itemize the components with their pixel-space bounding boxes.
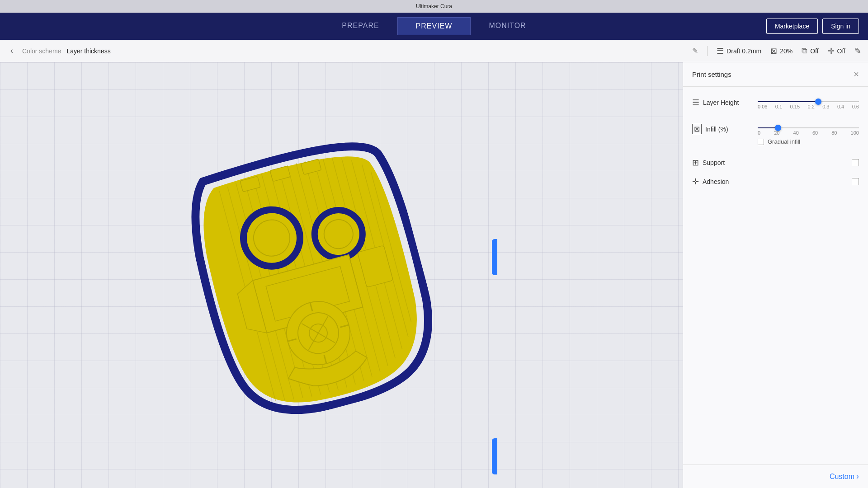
- infill-track[interactable]: [758, 127, 859, 128]
- support-row: ⊞ Support: [692, 158, 859, 168]
- right-panel-handle[interactable]: [492, 239, 497, 275]
- adhesion-selector[interactable]: ✛ Off: [828, 46, 845, 56]
- print-settings-header: Print settings ×: [683, 62, 868, 87]
- layer-thickness-label: Layer thickness: [66, 47, 110, 55]
- layer-height-row: ☰ Layer Height 0.06 0.1 0.15 0.2: [692, 96, 859, 109]
- layer-height-icon: ☰: [692, 98, 699, 108]
- infill-thumb[interactable]: [775, 125, 781, 131]
- toolbar-left: ‹ Color scheme Layer thickness ✎: [7, 44, 698, 57]
- marketplace-button[interactable]: Marketplace: [766, 19, 818, 34]
- infill-control: 0 20 40 60 80 100 Gradual infill: [758, 122, 859, 145]
- tab-preview[interactable]: PREVIEW: [397, 17, 471, 35]
- tab-monitor[interactable]: MONITOR: [471, 17, 544, 35]
- gradual-infill-row: Gradual infill: [758, 138, 859, 145]
- infill-selector[interactable]: ⊠ 20%: [770, 46, 793, 56]
- layer-height-slider-container: 0.06 0.1 0.15 0.2 0.3 0.4 0.6: [758, 101, 859, 109]
- layer-height-control: 0.06 0.1 0.15 0.2 0.3 0.4 0.6: [758, 96, 859, 109]
- adhesion-row: ✛ Adhesion: [692, 177, 859, 187]
- profile-label: Draft 0.2mm: [726, 47, 761, 55]
- adhesion-left: ✛ Adhesion: [692, 177, 729, 187]
- layer-height-thumb[interactable]: [815, 99, 821, 105]
- toolbar-right: ☰ Draft 0.2mm ⊠ 20% ⧉ Off ✛ Off ✎: [707, 46, 861, 56]
- support-toolbar-icon: ⧉: [802, 46, 807, 56]
- nav-tabs: PREPARE PREVIEW MONITOR: [324, 17, 544, 35]
- support-selector[interactable]: ⧉ Off: [802, 46, 818, 56]
- back-button[interactable]: ‹: [7, 44, 17, 57]
- adhesion-toolbar-icon: ✛: [828, 46, 835, 56]
- profile-icon: ☰: [717, 46, 724, 56]
- bottom-handle[interactable]: [492, 438, 497, 474]
- support-label: Support: [703, 159, 725, 166]
- main-area: Print settings × ☰ Layer Height: [0, 62, 868, 488]
- nav-bar: PREPARE PREVIEW MONITOR Marketplace Sign…: [0, 13, 868, 40]
- infill-toolbar-value: 20%: [780, 47, 793, 55]
- layer-height-ticks: 0.06 0.1 0.15 0.2 0.3 0.4 0.6: [758, 104, 859, 109]
- infill-row: ⊠ Infill (%) 0 20 40 60: [692, 122, 859, 145]
- infill-label-area: ⊠ Infill (%): [692, 122, 751, 134]
- print-settings-panel: Print settings × ☰ Layer Height: [683, 62, 868, 488]
- title-bar: Ultimaker Cura: [0, 0, 868, 13]
- infill-toolbar-icon: ⊠: [770, 46, 777, 56]
- adhesion-toolbar-label: Off: [837, 47, 845, 55]
- adhesion-icon: ✛: [692, 177, 699, 187]
- gradual-infill-label: Gradual infill: [768, 138, 800, 145]
- signin-button[interactable]: Sign in: [822, 19, 859, 34]
- custom-chevron-icon: ›: [856, 472, 859, 481]
- model-container: [163, 115, 451, 436]
- custom-button[interactable]: Custom ›: [830, 472, 859, 481]
- print-settings-title: Print settings: [692, 70, 731, 78]
- model-svg: [163, 115, 451, 436]
- support-left: ⊞ Support: [692, 158, 725, 168]
- infill-ticks: 0 20 40 60 80 100: [758, 130, 859, 136]
- profile-selector[interactable]: ☰ Draft 0.2mm: [717, 46, 761, 56]
- app-title: Ultimaker Cura: [416, 3, 452, 9]
- layer-height-label: Layer Height: [703, 99, 739, 106]
- layer-height-label-area: ☰ Layer Height: [692, 96, 751, 108]
- toolbar: ‹ Color scheme Layer thickness ✎ ☰ Draft…: [0, 40, 868, 62]
- adhesion-label: Adhesion: [703, 178, 729, 185]
- layer-height-fill: [758, 101, 818, 102]
- nav-right: Marketplace Sign in: [766, 19, 859, 34]
- support-toolbar-label: Off: [810, 47, 818, 55]
- infill-label: Infill (%): [705, 126, 728, 133]
- infill-icon: ⊠: [692, 124, 702, 134]
- toolbar-settings[interactable]: ✎: [854, 46, 861, 56]
- print-settings-body: ☰ Layer Height 0.06 0.1 0.15 0.2: [683, 87, 868, 465]
- close-button[interactable]: ×: [854, 69, 859, 80]
- custom-label: Custom: [830, 473, 854, 481]
- 3d-viewport[interactable]: [0, 62, 683, 488]
- layer-height-track[interactable]: [758, 101, 859, 102]
- adhesion-checkbox[interactable]: [852, 178, 859, 185]
- gradual-infill-checkbox[interactable]: [758, 139, 764, 145]
- settings-toolbar-icon: ✎: [854, 46, 861, 56]
- support-icon: ⊞: [692, 158, 699, 168]
- infill-slider-container: 0 20 40 60 80 100: [758, 127, 859, 136]
- print-settings-footer: Custom ›: [683, 465, 868, 488]
- color-scheme-label: Color scheme: [22, 47, 61, 55]
- support-checkbox[interactable]: [852, 159, 859, 166]
- tab-prepare[interactable]: PREPARE: [324, 17, 397, 35]
- edit-icon[interactable]: ✎: [692, 47, 698, 55]
